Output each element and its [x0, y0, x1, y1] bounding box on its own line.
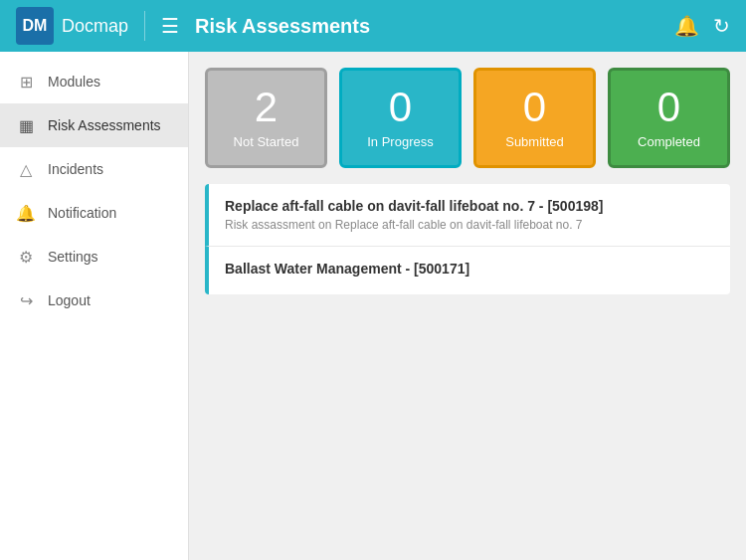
- notification-icon[interactable]: 🔔: [674, 14, 699, 38]
- app-name: Docmap: [62, 16, 128, 37]
- status-cards: 2 Not Started 0 In Progress 0 Submitted …: [205, 68, 730, 168]
- list-item[interactable]: Ballast Water Management - [500171]: [205, 247, 730, 294]
- sidebar-label-settings: Settings: [48, 249, 98, 265]
- in-progress-count: 0: [389, 87, 412, 128]
- menu-icon[interactable]: ☰: [161, 14, 179, 38]
- modules-icon: ⊞: [16, 72, 36, 92]
- sidebar-item-risk-assessments[interactable]: ▦ Risk Assessments: [0, 103, 188, 147]
- risk-assessments-icon: ▦: [16, 115, 36, 135]
- list-item-title: Ballast Water Management - [500171]: [225, 261, 714, 277]
- refresh-icon[interactable]: ↻: [713, 14, 730, 38]
- sidebar-item-notification[interactable]: 🔔 Notification: [0, 191, 188, 235]
- sidebar-item-settings[interactable]: ⚙ Settings: [0, 235, 188, 279]
- settings-icon: ⚙: [16, 247, 36, 267]
- sidebar-label-risk-assessments: Risk Assessments: [48, 117, 161, 133]
- list-item-title: Replace aft-fall cable on davit-fall lif…: [225, 198, 714, 214]
- list-item-subtitle: Risk assassment on Replace aft-fall cabl…: [225, 218, 714, 232]
- card-not-started[interactable]: 2 Not Started: [205, 68, 327, 168]
- card-submitted[interactable]: 0 Submitted: [473, 68, 596, 168]
- card-in-progress[interactable]: 0 In Progress: [339, 68, 462, 168]
- completed-label: Completed: [638, 134, 700, 149]
- sidebar-label-modules: Modules: [48, 74, 100, 90]
- header-actions: 🔔 ↻: [674, 14, 730, 38]
- page-title: Risk Assessments: [195, 15, 674, 38]
- app-header: DM Docmap ☰ Risk Assessments 🔔 ↻: [0, 0, 746, 52]
- sidebar-item-incidents[interactable]: △ Incidents: [0, 147, 188, 191]
- in-progress-label: In Progress: [367, 134, 433, 149]
- header-divider: [144, 11, 145, 41]
- main-content: 2 Not Started 0 In Progress 0 Submitted …: [189, 52, 746, 560]
- list-item[interactable]: Replace aft-fall cable on davit-fall lif…: [205, 184, 730, 247]
- sidebar: ⊞ Modules ▦ Risk Assessments △ Incidents…: [0, 52, 189, 560]
- submitted-label: Submitted: [505, 134, 564, 149]
- incidents-icon: △: [16, 159, 36, 179]
- not-started-label: Not Started: [234, 134, 299, 149]
- not-started-count: 2: [255, 87, 278, 128]
- completed-count: 0: [657, 87, 680, 128]
- sidebar-label-incidents: Incidents: [48, 161, 103, 177]
- sidebar-item-logout[interactable]: ↪ Logout: [0, 279, 188, 322]
- sidebar-label-notification: Notification: [48, 205, 116, 221]
- assessments-list: Replace aft-fall cable on davit-fall lif…: [205, 184, 730, 294]
- main-layout: ⊞ Modules ▦ Risk Assessments △ Incidents…: [0, 52, 746, 560]
- submitted-count: 0: [523, 87, 546, 128]
- card-completed[interactable]: 0 Completed: [608, 68, 730, 168]
- notification-bell-icon: 🔔: [16, 203, 36, 223]
- sidebar-item-modules[interactable]: ⊞ Modules: [0, 60, 188, 103]
- app-logo: DM: [16, 7, 54, 45]
- logout-icon: ↪: [16, 290, 36, 310]
- sidebar-label-logout: Logout: [48, 292, 91, 308]
